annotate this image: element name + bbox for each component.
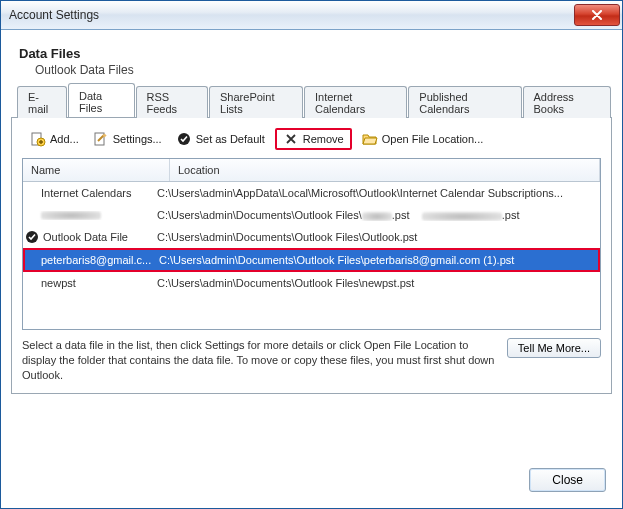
cell-name: newpst	[23, 277, 153, 289]
add-label: Add...	[50, 133, 79, 145]
account-settings-window: Account Settings Data Files Outlook Data…	[0, 0, 623, 509]
check-circle-icon	[176, 131, 192, 147]
list-row[interactable]: C:\Users\admin\Documents\Outlook Files\.…	[23, 204, 600, 226]
tab-data-files[interactable]: Data Files	[68, 83, 135, 117]
cell-location: C:\Users\admin\AppData\Local\Microsoft\O…	[153, 187, 600, 199]
add-file-icon	[30, 131, 46, 147]
cell-name	[23, 211, 153, 220]
remove-icon	[283, 131, 299, 147]
close-button[interactable]: Close	[529, 468, 606, 492]
page-subheading: Outlook Data Files	[35, 63, 612, 77]
list-row[interactable]: Outlook Data File C:\Users\admin\Documen…	[23, 226, 600, 248]
settings-button[interactable]: Settings...	[89, 129, 166, 149]
cell-name: Internet Calendars	[23, 187, 153, 199]
tab-internet-calendars[interactable]: Internet Calendars	[304, 86, 407, 118]
cell-name: Outlook Data File	[23, 230, 153, 244]
redacted-loc	[362, 212, 392, 221]
tab-email[interactable]: E-mail	[17, 86, 67, 118]
open-file-location-label: Open File Location...	[382, 133, 484, 145]
titlebar: Account Settings	[1, 1, 622, 30]
tab-published-calendars[interactable]: Published Calendars	[408, 86, 521, 118]
settings-label: Settings...	[113, 133, 162, 145]
folder-open-icon	[362, 131, 378, 147]
dialog-footer: Close	[11, 394, 612, 498]
tab-page: Add... Settings... Set as Default	[11, 117, 612, 394]
cell-name: peterbaris8@gmail.c...	[25, 254, 155, 266]
cell-location: C:\Users\admin\Documents\Outlook Files\.…	[153, 209, 600, 221]
set-default-button[interactable]: Set as Default	[172, 129, 269, 149]
help-text: Select a data file in the list, then cli…	[22, 338, 497, 383]
remove-button[interactable]: Remove	[275, 128, 352, 150]
list-rows: Internet Calendars C:\Users\admin\AppDat…	[23, 182, 600, 294]
list-header: Name Location	[23, 159, 600, 182]
tab-address-books[interactable]: Address Books	[523, 86, 611, 118]
tell-me-more-button[interactable]: Tell Me More...	[507, 338, 601, 358]
toolbar: Add... Settings... Set as Default	[22, 126, 601, 158]
close-icon	[589, 7, 605, 23]
settings-icon	[93, 131, 109, 147]
window-close-button[interactable]	[574, 4, 620, 26]
data-files-list[interactable]: Name Location Internet Calendars C:\User…	[22, 158, 601, 330]
list-row[interactable]: Internet Calendars C:\Users\admin\AppDat…	[23, 182, 600, 204]
tab-sharepoint-lists[interactable]: SharePoint Lists	[209, 86, 303, 118]
open-file-location-button[interactable]: Open File Location...	[358, 129, 488, 149]
list-row[interactable]: newpst C:\Users\admin\Documents\Outlook …	[23, 272, 600, 294]
tab-strip: E-mail Data Files RSS Feeds SharePoint L…	[11, 93, 612, 117]
remove-label: Remove	[303, 133, 344, 145]
dialog-body: Data Files Outlook Data Files E-mail Dat…	[1, 30, 622, 508]
window-title: Account Settings	[9, 8, 574, 22]
column-header-name[interactable]: Name	[23, 159, 170, 181]
add-button[interactable]: Add...	[26, 129, 83, 149]
redacted-loc-2	[422, 212, 502, 221]
help-row: Select a data file in the list, then cli…	[22, 338, 601, 383]
column-header-location[interactable]: Location	[170, 159, 600, 181]
tab-rss-feeds[interactable]: RSS Feeds	[136, 86, 209, 118]
page-heading: Data Files	[19, 46, 612, 61]
cell-location: C:\Users\admin\Documents\Outlook Files\O…	[153, 231, 600, 243]
set-default-label: Set as Default	[196, 133, 265, 145]
list-row-selected[interactable]: peterbaris8@gmail.c... C:\Users\admin\Do…	[23, 248, 600, 272]
redacted-name	[41, 211, 101, 220]
cell-location: C:\Users\admin\Documents\Outlook Files\n…	[153, 277, 600, 289]
default-check-icon	[25, 230, 39, 244]
cell-location: C:\Users\admin\Documents\Outlook Files\p…	[155, 254, 598, 266]
